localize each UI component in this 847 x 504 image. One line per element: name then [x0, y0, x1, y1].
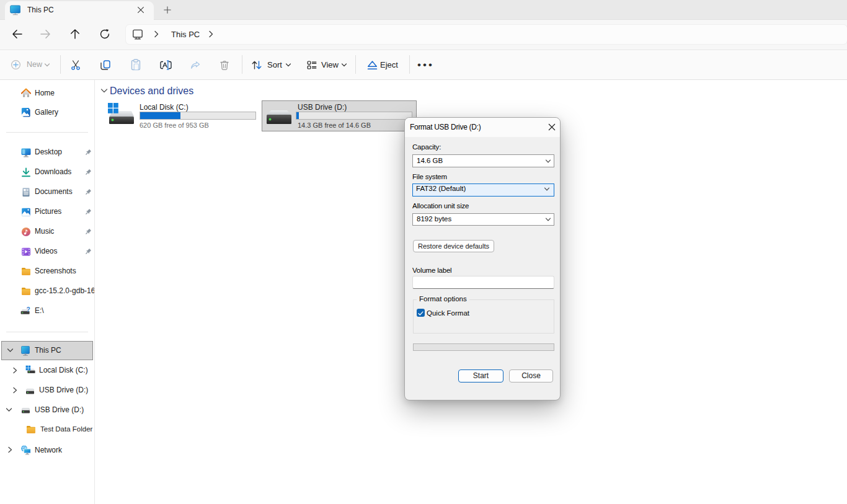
- svg-text:?: ?: [27, 306, 30, 313]
